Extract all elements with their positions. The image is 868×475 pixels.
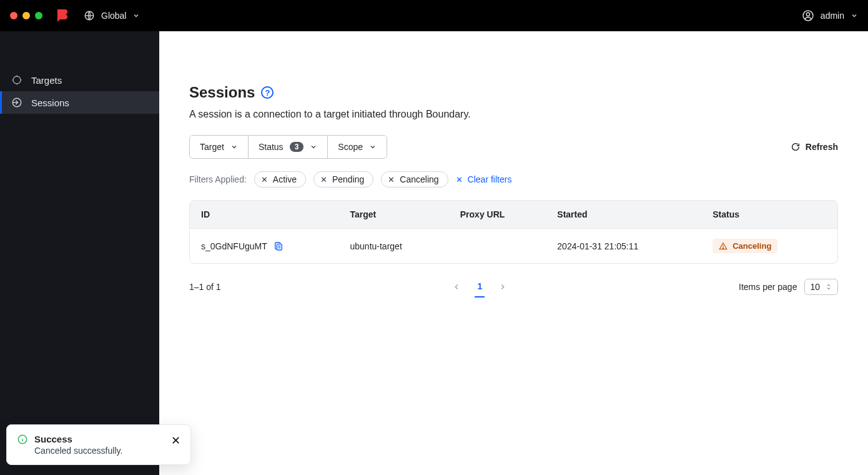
clear-filters-label: Clear filters [468, 174, 512, 184]
info-circle-icon [17, 434, 28, 456]
chevron-down-icon [230, 143, 238, 151]
cell-started: 2024-01-31 21:05:11 [546, 229, 701, 264]
chevron-down-icon [851, 12, 858, 19]
refresh-icon [791, 142, 801, 152]
sessions-table: ID Target Proxy URL Started Status s_0Gd… [189, 200, 838, 264]
pager-page-current[interactable]: 1 [475, 276, 485, 298]
chevron-left-icon [452, 282, 461, 291]
filter-scope[interactable]: Scope [328, 136, 387, 158]
window-close-dot[interactable] [10, 12, 17, 19]
items-per-page-select[interactable]: 10 [804, 279, 838, 295]
chevron-right-icon [498, 282, 507, 291]
svg-point-3 [13, 76, 21, 84]
filter-chip-pending[interactable]: ✕ Pending [313, 171, 373, 188]
chevron-down-icon [369, 143, 377, 151]
main-content: Sessions ? A session is a connection to … [159, 31, 868, 475]
boundary-logo-icon [56, 8, 69, 23]
status-badge: Canceling [713, 239, 777, 253]
col-header-status: Status [701, 201, 837, 229]
col-header-id: ID [190, 201, 339, 229]
filter-count-badge: 3 [290, 142, 304, 152]
scope-picker[interactable]: Global [84, 10, 140, 21]
refresh-label: Refresh [806, 142, 838, 152]
items-per-page-label: Items per page [739, 282, 797, 292]
refresh-button[interactable]: Refresh [791, 142, 838, 152]
col-header-target: Target [339, 201, 449, 229]
page-title: Sessions [189, 84, 255, 101]
pager-next[interactable] [498, 282, 507, 291]
page-description: A session is a connection to a target in… [189, 109, 838, 120]
svg-rect-5 [277, 244, 282, 249]
sidebar-item-targets[interactable]: Targets [0, 69, 159, 91]
table-row[interactable]: s_0GdNFUguMT ubuntu-target 2024-01-31 21… [190, 229, 837, 264]
svg-point-6 [723, 248, 724, 248]
filter-status[interactable]: Status 3 [249, 136, 328, 158]
clear-filters-link[interactable]: ✕ Clear filters [456, 174, 512, 184]
chevron-down-icon [310, 143, 317, 151]
chip-label: Active [273, 174, 297, 184]
sidebar: Targets Sessions [0, 31, 159, 475]
crosshair-icon [11, 74, 22, 86]
toast-close-button[interactable]: ✕ [171, 434, 180, 456]
cell-target: ubuntu-target [339, 229, 449, 264]
close-icon: ✕ [320, 175, 327, 184]
window-traffic-lights [10, 12, 42, 19]
toast-message: Canceled successfully. [34, 446, 165, 456]
scope-picker-label: Global [101, 11, 126, 21]
chip-label: Pending [332, 174, 364, 184]
sidebar-item-label: Targets [31, 75, 62, 86]
window-zoom-dot[interactable] [35, 12, 42, 19]
pager: 1 [452, 276, 507, 298]
sidebar-item-sessions[interactable]: Sessions [0, 91, 159, 114]
copy-icon[interactable] [274, 241, 284, 251]
toast-title: Success [34, 434, 165, 444]
window-minimize-dot[interactable] [22, 12, 30, 19]
status-label: Canceling [732, 241, 771, 251]
col-header-started: Started [546, 201, 701, 229]
filter-group: Target Status 3 Scope [189, 135, 387, 159]
pagination-summary: 1–1 of 1 [189, 282, 221, 292]
user-menu[interactable]: admin [802, 9, 858, 22]
filter-target[interactable]: Target [190, 136, 249, 158]
sidebar-item-label: Sessions [31, 98, 69, 108]
filter-chip-canceling[interactable]: ✕ Canceling [381, 171, 448, 188]
filter-label: Status [259, 142, 284, 152]
user-menu-label: admin [821, 11, 844, 21]
svg-point-2 [806, 12, 809, 16]
col-header-proxy: Proxy URL [449, 201, 546, 229]
app-logo [55, 8, 70, 23]
close-icon: ✕ [261, 175, 268, 184]
alert-triangle-icon [719, 242, 727, 251]
filter-label: Scope [338, 142, 363, 152]
filter-chip-active[interactable]: ✕ Active [254, 171, 306, 188]
stepper-icon [825, 282, 832, 291]
chevron-down-icon [132, 12, 140, 19]
filters-applied-label: Filters Applied: [189, 174, 247, 184]
window-titlebar: Global admin [0, 0, 868, 31]
enter-icon [11, 97, 22, 108]
items-per-page-value: 10 [810, 282, 820, 292]
help-icon[interactable]: ? [261, 86, 274, 99]
chip-label: Canceling [400, 174, 438, 184]
cell-proxy [449, 229, 546, 264]
pager-prev[interactable] [452, 282, 461, 291]
globe-icon [84, 10, 95, 21]
close-icon: ✕ [388, 175, 395, 184]
close-icon: ✕ [456, 175, 463, 184]
filter-label: Target [200, 142, 224, 152]
user-circle-icon [802, 9, 814, 22]
cell-id: s_0GdNFUguMT [201, 241, 267, 251]
toast-success: Success Canceled successfully. ✕ [6, 424, 191, 465]
